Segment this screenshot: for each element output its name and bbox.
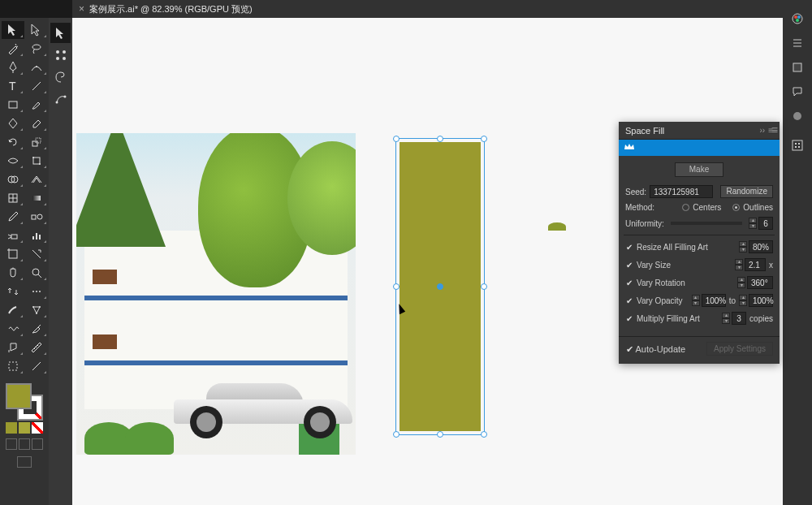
pen-tool[interactable] (2, 58, 24, 76)
plugin-spiral-tool[interactable] (50, 67, 71, 87)
resize-label[interactable]: Resize All Filling Art (637, 243, 708, 252)
color-mode-none[interactable] (32, 422, 43, 434)
resize-input[interactable]: 80% (749, 240, 773, 253)
opacity-from-down[interactable]: ▾ (692, 300, 700, 306)
uniformity-input[interactable]: 6 (758, 217, 773, 230)
screen-mode[interactable] (17, 456, 32, 468)
resize-up[interactable]: ▴ (739, 241, 747, 247)
color-mode-solid[interactable] (6, 422, 17, 434)
draw-inside[interactable] (32, 438, 43, 450)
vary-size-up[interactable]: ▴ (735, 259, 743, 265)
magic-wand-tool[interactable] (2, 40, 24, 58)
curvature-tool[interactable] (25, 58, 48, 76)
vary-rotation-label[interactable]: Vary Rotation (637, 278, 685, 287)
resize-handle[interactable] (437, 431, 443, 438)
rotate-tool[interactable] (2, 133, 24, 151)
make-button[interactable]: Make (675, 162, 723, 177)
plugin-nodes-tool[interactable] (50, 45, 71, 65)
slice-tool[interactable] (25, 245, 48, 263)
vary-rotation-checkbox[interactable]: ✔ (625, 278, 633, 287)
vary-size-label[interactable]: Vary Size (637, 261, 671, 270)
direct-selection-tool[interactable] (25, 21, 48, 39)
vary-rotation-input[interactable]: 360° (747, 276, 773, 289)
resize-handle[interactable] (481, 136, 487, 142)
panel-tab[interactable]: Space Fill ›› ≡ (619, 122, 780, 140)
artboard-tool[interactable] (2, 245, 24, 263)
perspective-grid-tool[interactable] (25, 170, 48, 188)
multiply-checkbox[interactable]: ✔ (625, 314, 633, 322)
vary-size-checkbox[interactable]: ✔ (625, 261, 633, 269)
center-handle[interactable] (437, 283, 443, 290)
gradient-tool[interactable] (25, 189, 48, 207)
lasso-tool[interactable] (25, 40, 48, 58)
toggle-fill-stroke[interactable] (2, 283, 24, 300)
document-tab-title[interactable]: 案例展示.ai* @ 82.39% (RGB/GPU 预览) (89, 3, 253, 15)
blob-brush-tool[interactable] (2, 301, 24, 319)
resize-handle[interactable] (393, 431, 400, 438)
width-tool[interactable] (2, 152, 24, 170)
auto-update-label[interactable]: Auto-Update (635, 344, 685, 354)
wrinkle-tool[interactable] (2, 320, 24, 338)
mesh-tool[interactable] (2, 189, 24, 207)
multiply-label[interactable]: Multiply Filling Art (637, 314, 700, 323)
resize-handle[interactable] (481, 431, 487, 438)
uniformity-down[interactable]: ▾ (749, 223, 757, 229)
resize-down[interactable]: ▾ (739, 247, 747, 252)
leaf-shape[interactable] (548, 222, 566, 231)
vary-size-down[interactable]: ▾ (735, 265, 743, 270)
vary-rotation-down[interactable]: ▾ (737, 283, 745, 288)
appearance-panel-icon[interactable] (783, 104, 812, 128)
symbol-sprayer-tool[interactable] (2, 227, 24, 244)
panel-premium-bar[interactable]: ≡ (619, 140, 780, 156)
plugin-selection-tool[interactable] (50, 23, 71, 43)
panel-collapse-icon[interactable]: ›› (759, 126, 765, 135)
multiply-up[interactable]: ▴ (722, 313, 730, 318)
plugin-path-tool[interactable] (50, 88, 71, 109)
live-paint-tool[interactable] (2, 339, 24, 356)
smooth-tool[interactable] (25, 357, 48, 375)
resize-handle[interactable] (481, 283, 487, 290)
shaper-tool[interactable] (2, 114, 24, 132)
resize-handle[interactable] (393, 283, 400, 290)
rectangle-tool[interactable] (2, 96, 24, 114)
blend-tool[interactable] (25, 208, 48, 226)
panel-hamburger-icon[interactable]: ≡ (771, 123, 778, 136)
resize-handle[interactable] (437, 136, 443, 142)
knife-tool[interactable] (25, 320, 48, 338)
method-centers-radio[interactable] (682, 204, 689, 211)
multiply-down[interactable]: ▾ (722, 318, 730, 324)
measure-tool[interactable] (25, 339, 48, 356)
eyedropper-tool[interactable] (2, 208, 24, 226)
fill-swatch[interactable] (6, 383, 32, 409)
selected-rectangle[interactable] (395, 138, 485, 435)
shape-builder-tool[interactable] (2, 170, 24, 188)
zoom-tool[interactable] (25, 264, 48, 282)
resize-checkbox[interactable]: ✔ (625, 243, 633, 251)
vary-rotation-up[interactable]: ▴ (737, 277, 745, 283)
color-mode-gradient[interactable] (19, 422, 30, 434)
selection-tool[interactable] (2, 21, 24, 39)
edit-toolbar[interactable] (25, 283, 48, 300)
opacity-from-input[interactable]: 100% (702, 294, 726, 307)
apply-settings-button[interactable]: Apply Settings (706, 342, 773, 356)
auto-update-checkbox[interactable]: ✔ (625, 345, 633, 353)
hand-tool[interactable] (2, 264, 24, 282)
line-tool[interactable] (25, 77, 48, 95)
opacity-to-down[interactable]: ▾ (739, 300, 747, 306)
fill-stroke-swatches[interactable] (6, 383, 43, 421)
vary-opacity-label[interactable]: Vary Opacity (637, 296, 683, 305)
comments-panel-icon[interactable] (783, 80, 812, 104)
column-graph-tool[interactable] (25, 227, 48, 244)
libraries-panel-icon[interactable] (783, 31, 812, 55)
scale-tool[interactable] (25, 133, 48, 151)
print-tiling-tool[interactable] (2, 357, 24, 375)
seed-input[interactable]: 1337125981 (650, 185, 713, 198)
layers-panel-icon[interactable] (783, 55, 812, 80)
type-tool[interactable]: T (2, 77, 24, 95)
close-tab-icon[interactable]: × (79, 3, 84, 15)
vary-size-input[interactable]: 2.1 (745, 258, 766, 271)
multiply-input[interactable]: 3 (732, 312, 746, 325)
opacity-from-up[interactable]: ▴ (692, 295, 700, 300)
resize-handle[interactable] (393, 136, 400, 142)
puppet-warp-tool[interactable] (25, 301, 48, 319)
